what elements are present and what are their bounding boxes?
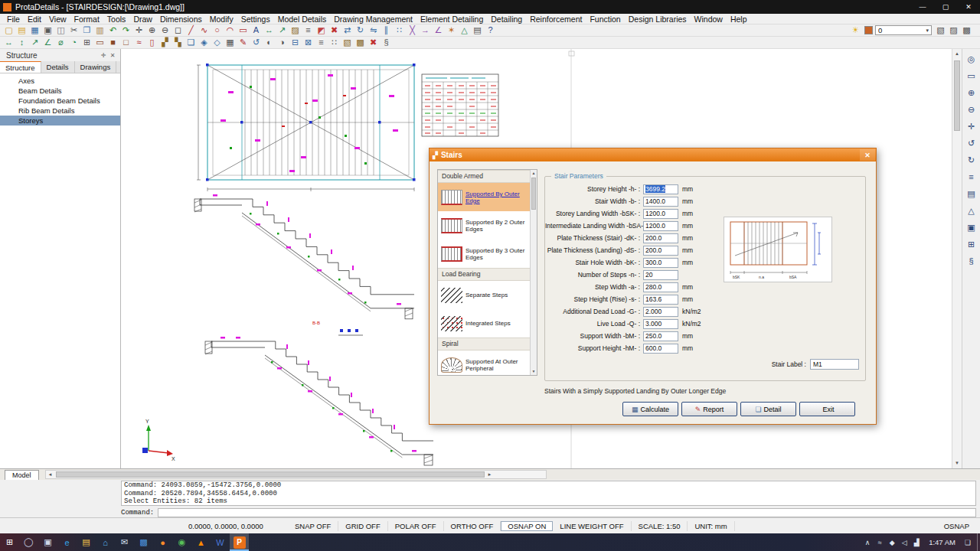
scroll-down-icon[interactable]: ▼ <box>952 458 962 468</box>
tray-expand-icon[interactable]: ∧ <box>861 539 874 546</box>
security-icon[interactable]: ◆ <box>886 539 898 546</box>
arc-icon[interactable]: ◠ <box>224 24 237 36</box>
grid-toggle-icon[interactable]: ⊞ <box>965 238 978 250</box>
menu-view[interactable]: View <box>45 15 70 24</box>
model-tab[interactable]: Model <box>5 470 39 480</box>
tree-item-storeys[interactable]: Storeys <box>0 116 120 126</box>
param-input[interactable]: 2.000 <box>643 307 678 317</box>
tree-item-foundation-beam-details[interactable]: Foundation Beam Details <box>0 96 120 106</box>
elevation-icon[interactable]: ▚ <box>172 37 185 48</box>
axes-icon[interactable]: ⊞ <box>80 37 93 48</box>
scroll-up-icon[interactable]: ▲ <box>531 170 537 177</box>
array-icon[interactable]: ∷ <box>393 24 406 36</box>
print-icon[interactable]: ▣ <box>965 221 978 233</box>
tab-drawings[interactable]: Drawings <box>75 61 117 73</box>
horizontal-scrollbar[interactable]: ◄ ► <box>45 470 547 479</box>
maximize-button[interactable]: ▢ <box>934 0 957 14</box>
options-scrollbar[interactable]: ▲ ▼ <box>530 170 537 375</box>
new-icon[interactable]: ▢ <box>2 24 15 36</box>
menu-function[interactable]: Function <box>586 15 624 24</box>
measure-icon[interactable]: △ <box>965 204 978 217</box>
column-icon[interactable]: ■ <box>106 37 119 48</box>
zoom-previous-icon[interactable]: ↺ <box>965 137 978 149</box>
undo-icon[interactable]: ↶ <box>106 24 119 36</box>
group-double-armed[interactable]: Double Armed <box>438 170 531 183</box>
purge-icon[interactable]: ✖ <box>367 37 380 48</box>
param-input[interactable]: 200.0 <box>643 233 678 243</box>
param-input[interactable]: 3.000 <box>643 319 678 329</box>
option-supported-by-3-outer-edges[interactable]: Supported By 3 Outer Edges <box>438 240 531 268</box>
print-icon[interactable]: ▣ <box>41 24 54 36</box>
stair-label-input[interactable]: M1 <box>810 359 859 370</box>
erase-icon[interactable]: ✖ <box>328 24 341 36</box>
detail-button[interactable]: ❏ Detail <box>740 402 796 416</box>
scroll-right-icon[interactable]: ► <box>485 472 495 477</box>
notification-center-icon[interactable]: ❏ <box>962 539 974 546</box>
ungroup-icon[interactable]: ⊠ <box>302 37 315 48</box>
extend-icon[interactable]: → <box>419 24 432 36</box>
zoom-in-icon[interactable]: ⊕ <box>145 24 158 36</box>
chrome-icon[interactable]: ◉ <box>172 533 191 551</box>
leader-icon[interactable]: ↗ <box>276 24 289 36</box>
snap-toggle[interactable]: SNAP OFF <box>288 521 338 531</box>
pin-icon[interactable]: ✛ <box>99 52 108 59</box>
photos-icon[interactable]: ▩ <box>134 533 153 551</box>
save-icon[interactable]: ▦ <box>28 24 41 36</box>
menu-format[interactable]: Format <box>70 15 103 24</box>
line-icon[interactable]: ╱ <box>185 24 198 36</box>
open-icon[interactable]: ▤ <box>15 24 28 36</box>
layer-freeze-icon[interactable]: ▨ <box>947 24 960 36</box>
menu-draw[interactable]: Draw <box>129 15 156 24</box>
redo-icon[interactable]: ↷ <box>119 24 132 36</box>
menu-help[interactable]: Help <box>727 15 751 24</box>
param-input[interactable]: 1200.0 <box>643 209 678 219</box>
vertical-scrollbar[interactable]: ▲ ▼ <box>952 49 962 468</box>
layers-panel-icon[interactable]: ≡ <box>965 171 978 183</box>
param-input[interactable]: 20 <box>643 270 678 280</box>
scale-indicator[interactable]: SCALE: 1:50 <box>632 521 688 531</box>
layers-icon[interactable]: ≡ <box>302 24 315 36</box>
menu-drawing-management[interactable]: Drawing Management <box>330 15 416 24</box>
scrollbar-thumb[interactable] <box>531 178 536 210</box>
command-input[interactable] <box>158 508 976 517</box>
measure-icon[interactable]: △ <box>458 24 471 36</box>
menu-settings[interactable]: Settings <box>237 15 274 24</box>
unit-indicator[interactable]: UNIT: mm <box>688 521 734 531</box>
group-spiral[interactable]: Spiral <box>438 337 531 350</box>
firefox-icon[interactable]: ● <box>153 533 172 551</box>
slab-icon[interactable]: □ <box>119 37 132 48</box>
store-icon[interactable]: ⌂ <box>96 533 115 551</box>
zoom-out-icon[interactable]: ⊖ <box>965 103 978 116</box>
offset-icon[interactable]: ∥ <box>380 24 393 36</box>
section-icon[interactable]: ▞ <box>158 37 172 48</box>
regen-icon[interactable]: ↻ <box>965 154 978 166</box>
boundary-icon[interactable]: ▧ <box>341 37 354 48</box>
ortho-toggle[interactable]: ORTHO OFF <box>444 521 501 531</box>
scrollbar-thumb[interactable] <box>954 60 960 131</box>
table-icon[interactable]: ▦ <box>224 37 237 48</box>
menu-detailing[interactable]: Detailing <box>487 15 526 24</box>
param-input[interactable]: 300.0 <box>643 258 678 268</box>
menu-dimensions[interactable]: Dimensions <box>156 15 206 24</box>
option-separate-steps[interactable]: Separate Steps <box>438 281 531 309</box>
vlc-icon[interactable]: ▲ <box>191 533 211 551</box>
polyline-icon[interactable]: ∿ <box>198 24 211 36</box>
show-desktop-button[interactable] <box>977 533 980 551</box>
distribute-icon[interactable]: ∷ <box>328 37 341 48</box>
menu-file[interactable]: File <box>3 15 24 24</box>
rotate-icon[interactable]: ↻ <box>354 24 367 36</box>
zoom-window-icon[interactable]: ◻ <box>172 24 185 36</box>
zoom-window-icon[interactable]: ▭ <box>965 70 978 82</box>
tab-structure[interactable]: Structure <box>0 61 41 73</box>
pan-icon[interactable]: ✛ <box>965 120 978 132</box>
align-icon[interactable]: ≡ <box>315 37 328 48</box>
fillet-icon[interactable]: ∠ <box>432 24 445 36</box>
stirrup-icon[interactable]: ▯ <box>145 37 158 48</box>
properties-icon[interactable]: ▤ <box>471 24 484 36</box>
option-supported-by-2-outer-edges[interactable]: Supported By 2 Outer Edges <box>438 211 531 240</box>
rectangle-icon[interactable]: ▭ <box>237 24 250 36</box>
trim-icon[interactable]: ╳ <box>406 24 419 36</box>
paste-icon[interactable]: ▥ <box>93 24 106 36</box>
dim-radius-icon[interactable]: ◔ <box>67 37 80 48</box>
file-explorer-icon[interactable]: ▤ <box>77 533 96 551</box>
